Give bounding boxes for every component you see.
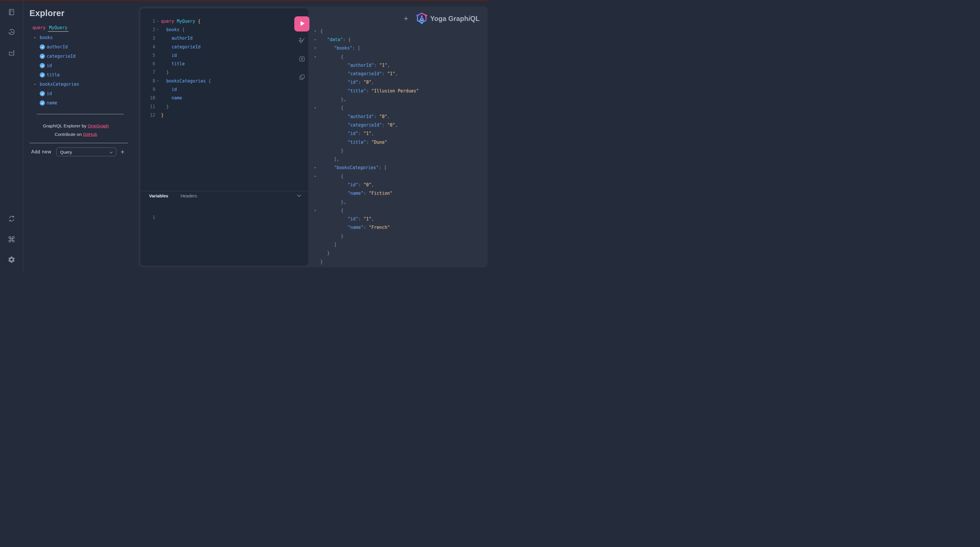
checkbox-checked-icon[interactable]: [40, 63, 45, 68]
response-text: {: [320, 29, 323, 34]
execute-query-button[interactable]: [294, 16, 309, 32]
play-icon: [298, 20, 305, 28]
operation-type-select[interactable]: Query: [56, 148, 116, 156]
settings-button[interactable]: [7, 255, 17, 265]
collapse-triangle-icon[interactable]: ▼: [312, 38, 320, 41]
response-line: ▼"data": {: [312, 35, 486, 44]
query-line-8: 8▾ booksCategories {: [140, 77, 308, 85]
collapse-triangle-icon[interactable]: ▼: [312, 47, 320, 49]
response-line: "id": "1",: [312, 215, 486, 223]
add-tab-button[interactable]: +: [402, 14, 410, 22]
operation-name-input[interactable]: MyQuery: [48, 25, 68, 32]
collapse-triangle-icon[interactable]: ▼: [312, 209, 320, 212]
response-line: ▼"books": [: [312, 44, 486, 52]
checkbox-checked-icon[interactable]: [40, 45, 45, 49]
collection-button[interactable]: [7, 48, 17, 58]
add-new-label: Add new: [31, 148, 51, 156]
collapse-triangle-icon[interactable]: ▼: [312, 30, 320, 33]
response-text: "authorId": "0",: [348, 114, 390, 119]
response-text: },: [341, 97, 346, 102]
response-text: {: [341, 105, 344, 111]
explorer-title: Explorer: [29, 8, 64, 18]
collapse-secondary-editor-button[interactable]: [297, 194, 301, 198]
query-line-11: 11 }: [140, 102, 308, 111]
explorer-field-title[interactable]: title: [23, 70, 138, 80]
response-text: },: [341, 199, 346, 205]
response-line: },: [312, 198, 486, 206]
line-number: 4: [140, 45, 155, 49]
tab-variables[interactable]: Variables: [149, 193, 168, 198]
query-editor[interactable]: 1▾query MyQuery {2▾ books {3 authorId4 c…: [140, 17, 308, 119]
field-label: authorId: [47, 45, 68, 49]
explorer-panel: Explorer queryMyQuery ▾booksauthorIdcate…: [23, 1, 138, 274]
checkbox-checked-icon[interactable]: [40, 100, 45, 105]
response-line: }: [312, 232, 486, 240]
response-line: }: [312, 249, 486, 258]
fold-marker-icon[interactable]: ▾: [155, 79, 161, 83]
explorer-field-authorId[interactable]: authorId: [23, 42, 138, 52]
field-label: books: [40, 35, 53, 40]
collapse-triangle-icon[interactable]: ▼: [312, 166, 320, 169]
line-number: 9: [140, 87, 155, 92]
docs-button[interactable]: [7, 8, 17, 17]
credit-text: GraphiQL Explorer by: [43, 123, 88, 128]
response-line: "authorId": "0",: [312, 112, 486, 121]
chevron-down-icon: [297, 193, 301, 198]
variables-editor[interactable]: 1: [140, 213, 308, 222]
response-text: "title": "Dune": [348, 140, 387, 145]
checkbox-checked-icon[interactable]: [40, 91, 45, 96]
line-number: 5: [140, 53, 155, 58]
command-icon: ⌘: [8, 235, 16, 243]
response-line: ▼{: [312, 104, 486, 112]
explorer-field-id[interactable]: id: [23, 89, 138, 98]
explorer-field-id[interactable]: id: [23, 61, 138, 70]
code-text: }: [161, 70, 169, 75]
response-text: "id": "1",: [348, 216, 374, 222]
refetch-schema-button[interactable]: [7, 214, 17, 224]
github-link[interactable]: GitHub: [83, 132, 97, 137]
history-button[interactable]: [7, 28, 17, 38]
response-text: {: [341, 208, 344, 213]
response-line: ▼"booksCategories": [: [312, 164, 486, 172]
response-line: },: [312, 95, 486, 103]
add-operation-button[interactable]: +: [119, 148, 126, 156]
explorer-field-booksCategories[interactable]: ▾booksCategories: [23, 80, 138, 89]
checkbox-checked-icon[interactable]: [40, 72, 45, 78]
field-label: id: [47, 91, 52, 96]
chevron-down-icon: [110, 149, 113, 154]
response-text: "id": "0",: [348, 182, 374, 188]
explorer-tree: ▾booksauthorIdcategorieIdidtitle▾booksCa…: [23, 33, 138, 108]
code-text: id: [161, 53, 177, 58]
prettify-button[interactable]: [298, 38, 305, 45]
query-line-7: 7 }: [140, 68, 308, 77]
logo-text: Yoga GraphiQL: [430, 15, 480, 23]
copy-query-button[interactable]: [298, 74, 305, 81]
response-line: ▼{: [312, 27, 486, 35]
collapse-triangle-icon[interactable]: ▼: [312, 107, 320, 109]
checkbox-checked-icon[interactable]: [40, 54, 45, 59]
app-logo: Yoga GraphiQL: [416, 12, 480, 25]
collapse-triangle-icon[interactable]: ▼: [312, 175, 320, 178]
query-line-10: 10 name: [140, 94, 308, 102]
onegraph-link[interactable]: OneGraph: [88, 123, 109, 128]
yoga-hexagon-logo-icon: [416, 12, 427, 25]
response-text: "name": "French": [348, 225, 390, 230]
operation-row: queryMyQuery: [32, 25, 68, 30]
field-label: name: [47, 100, 57, 105]
explorer-field-name[interactable]: name: [23, 98, 138, 108]
refresh-icon: [8, 215, 16, 224]
explorer-field-categorieId[interactable]: categorieId: [23, 52, 138, 61]
response-line: ▼{: [312, 52, 486, 61]
fold-marker-icon[interactable]: ▾: [155, 28, 161, 31]
query-line-2: 2▾ books {: [140, 25, 308, 34]
line-number: 6: [140, 61, 155, 67]
session-container: +: [138, 6, 488, 267]
response-text: {: [341, 174, 344, 179]
shortcuts-button[interactable]: ⌘: [7, 234, 17, 244]
merge-fragments-button[interactable]: [298, 56, 305, 63]
editors-divider[interactable]: [140, 191, 308, 191]
collapse-triangle-icon[interactable]: ▼: [312, 56, 320, 58]
fold-marker-icon[interactable]: ▾: [155, 19, 161, 23]
tab-headers[interactable]: Headers: [181, 193, 197, 198]
explorer-field-books[interactable]: ▾books: [23, 33, 138, 42]
